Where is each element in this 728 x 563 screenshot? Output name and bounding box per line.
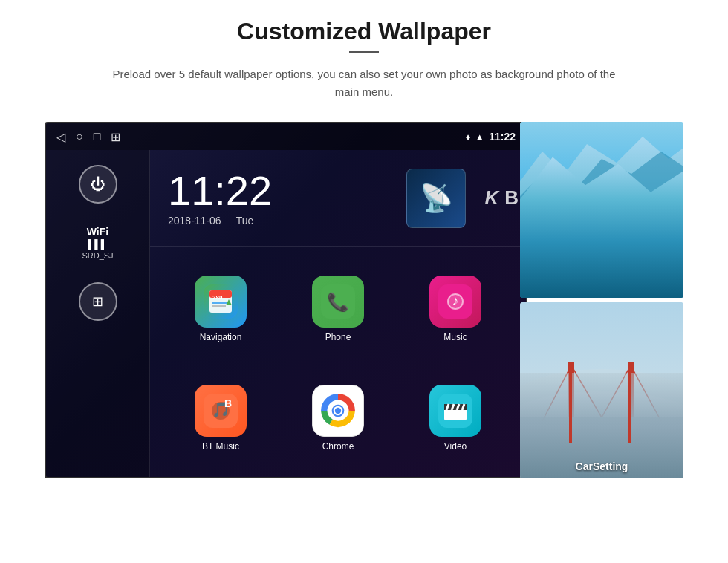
broadcast-icon: 📡 — [420, 183, 453, 214]
apps-button[interactable]: ⊞ — [79, 282, 117, 321]
carsetting-label: CarSetting — [520, 461, 683, 472]
screenshot-nav-icon[interactable]: ⊞ — [111, 130, 120, 144]
title-divider — [349, 51, 379, 53]
wifi-signal-icon: ▲ — [475, 131, 484, 143]
btmusic-app-icon: 🎵 B — [195, 385, 247, 437]
wifi-info: WiFi ▌▌▌ SRD_SJ — [82, 226, 113, 260]
music-app-icon: ♪ — [429, 276, 481, 328]
chrome-app-label: Chrome — [322, 441, 354, 452]
clock-date: 2018-11-06 Tue — [168, 215, 395, 227]
svg-text:B: B — [224, 397, 232, 409]
main-content: ◁ ○ □ ⊞ ♦ ▲ 11:22 ⏻ — [45, 122, 683, 478]
chrome-app-icon — [312, 385, 364, 437]
video-app-icon — [429, 385, 481, 437]
media-widget: 📡 — [395, 150, 477, 246]
svg-rect-35 — [628, 362, 634, 466]
media-icon-box[interactable]: 📡 — [406, 169, 466, 228]
back-nav-icon[interactable]: ◁ — [56, 130, 65, 144]
svg-line-37 — [571, 365, 602, 417]
app-item-chrome[interactable]: Chrome — [279, 363, 397, 472]
btmusic-app-label: BT Music — [202, 441, 239, 452]
recents-nav-icon[interactable]: □ — [94, 130, 101, 143]
svg-rect-31 — [520, 302, 683, 478]
clock-section: 11:22 2018-11-06 Tue — [150, 150, 395, 246]
svg-rect-34 — [568, 362, 574, 466]
app-item-video[interactable]: Video — [397, 363, 514, 472]
app-grid: 280 Navigation — [150, 247, 526, 478]
status-bar-left: ◁ ○ □ ⊞ — [56, 130, 120, 144]
wallpaper-ice[interactable] — [520, 122, 683, 298]
left-sidebar: ⏻ WiFi ▌▌▌ SRD_SJ ⊞ — [46, 150, 150, 478]
nav-shortcuts: K B — [477, 150, 526, 246]
navigation-app-label: Navigation — [200, 332, 242, 342]
app-item-navigation[interactable]: 280 Navigation — [162, 254, 279, 363]
grid-icon: ⊞ — [92, 293, 103, 310]
status-bar-right: ♦ ▲ 11:22 — [466, 131, 516, 143]
phone-app-label: Phone — [325, 332, 351, 342]
location-icon: ♦ — [466, 131, 471, 143]
page-container: Customized Wallpaper Preload over 5 defa… — [0, 0, 728, 563]
app-item-music[interactable]: ♪ Music — [397, 254, 514, 363]
wifi-bars-icon: ▌▌▌ — [82, 239, 113, 250]
music-app-label: Music — [443, 332, 467, 342]
svg-text:📞: 📞 — [327, 291, 349, 313]
main-area: 11:22 2018-11-06 Tue 📡 — [150, 150, 526, 478]
video-app-label: Video — [444, 441, 467, 452]
svg-rect-28 — [520, 122, 683, 298]
svg-point-32 — [520, 369, 683, 443]
status-bar: ◁ ○ □ ⊞ ♦ ▲ 11:22 — [46, 123, 526, 150]
phone-app-icon: 📞 — [312, 276, 364, 328]
status-time: 11:22 — [489, 131, 516, 143]
svg-text:♪: ♪ — [452, 293, 459, 308]
svg-line-36 — [542, 365, 571, 421]
svg-line-39 — [631, 365, 661, 421]
top-info: 11:22 2018-11-06 Tue 📡 — [150, 150, 526, 247]
wifi-network-name: SRD_SJ — [82, 251, 113, 260]
shortcut-k-icon[interactable]: K — [484, 186, 498, 209]
page-title: Customized Wallpaper — [237, 18, 491, 45]
svg-rect-40 — [520, 417, 683, 429]
page-description: Preload over 5 default wallpaper options… — [111, 65, 617, 101]
wifi-label: WiFi — [82, 226, 113, 238]
clock-time: 11:22 — [168, 170, 395, 212]
shortcut-b-icon[interactable]: B — [504, 186, 519, 209]
svg-line-38 — [602, 365, 631, 417]
wallpaper-thumbnails: CarSetting — [520, 122, 683, 478]
app-item-btmusic[interactable]: 🎵 B BT Music — [162, 363, 279, 472]
android-screen: ◁ ○ □ ⊞ ♦ ▲ 11:22 ⏻ — [45, 122, 527, 478]
svg-point-33 — [520, 391, 683, 451]
app-item-phone[interactable]: 📞 Phone — [279, 254, 397, 363]
home-nav-icon[interactable]: ○ — [76, 130, 83, 143]
svg-point-42 — [542, 432, 661, 447]
wallpaper-bridge[interactable]: CarSetting — [520, 302, 683, 478]
clock-day-value: Tue — [236, 215, 254, 227]
screen-body: ⏻ WiFi ▌▌▌ SRD_SJ ⊞ — [46, 150, 526, 478]
power-button[interactable]: ⏻ — [79, 165, 117, 204]
navigation-app-icon: 280 — [195, 276, 247, 328]
clock-date-value: 2018-11-06 — [168, 215, 221, 227]
svg-text:280: 280 — [212, 294, 223, 301]
svg-point-20 — [335, 407, 341, 413]
svg-marker-30 — [520, 152, 683, 298]
power-icon: ⏻ — [91, 176, 105, 193]
